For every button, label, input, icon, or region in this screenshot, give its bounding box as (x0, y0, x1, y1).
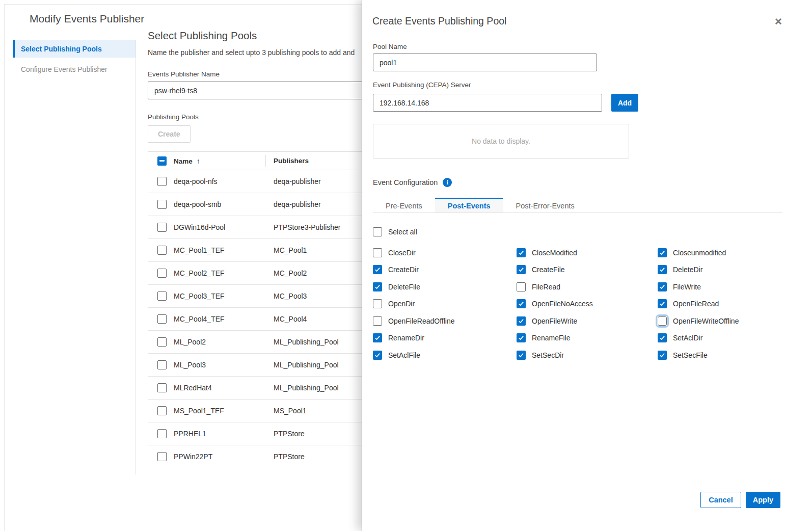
event-option-label: FileWrite (673, 283, 701, 291)
apply-button[interactable]: Apply (746, 492, 780, 508)
checkbox-createfile[interactable] (517, 265, 526, 274)
event-option-deletefile: DeleteFile (373, 282, 517, 291)
event-option-fileread: FileRead (517, 282, 658, 291)
row-checkbox[interactable] (157, 406, 167, 415)
checkbox-deletefile[interactable] (373, 282, 382, 291)
row-checkbox[interactable] (157, 269, 167, 278)
cepa-servers-empty-list: No data to display. (373, 124, 629, 158)
select-all-events-label: Select all (388, 228, 417, 236)
row-checkbox[interactable] (157, 429, 167, 438)
row-checkbox[interactable] (157, 246, 167, 255)
checkbox-openfilewrite[interactable] (517, 316, 526, 326)
close-icon[interactable]: ✕ (774, 17, 782, 26)
checkbox-filewrite[interactable] (658, 282, 667, 291)
event-option-setacldir: SetAclDir (658, 333, 791, 342)
pool-name-label: Pool Name (373, 43, 407, 50)
checkbox-openfilereadoffline[interactable] (373, 316, 382, 326)
pool-name-cell: deqa-pool-smb (174, 200, 265, 208)
checkbox-setacldir[interactable] (658, 333, 667, 342)
sort-ascending-icon[interactable]: ↑ (197, 157, 200, 165)
pool-name-cell: ML_Pool2 (174, 338, 265, 346)
event-option-setsecdir: SetSecDir (517, 351, 658, 360)
event-option-label: RenameDir (388, 334, 424, 342)
select-all-events-checkbox[interactable] (373, 227, 382, 236)
checkbox-renamedir[interactable] (373, 333, 382, 342)
drawer-footer: Cancel Apply (700, 492, 780, 508)
event-option-label: SetSecFile (673, 351, 708, 359)
checkbox-openfilewriteoffline[interactable] (658, 316, 667, 326)
pool-name-cell: MS_Pool1_TEF (174, 407, 265, 415)
event-option-label: OpenFileRead (673, 300, 719, 308)
column-header-publishers[interactable]: Publishers (274, 157, 309, 165)
event-option-label: OpenFileNoAccess (532, 300, 593, 308)
pool-name-cell: deqa-pool-nfs (174, 177, 265, 185)
checkbox-setaclfile[interactable] (373, 351, 382, 360)
checkbox-deletedir[interactable] (658, 265, 667, 274)
checkbox-setsecfile[interactable] (658, 351, 667, 360)
checkbox-createdir[interactable] (373, 265, 382, 274)
event-option-closemodified: CloseModified (517, 248, 658, 257)
event-option-closeunmodified: Closeunmodified (658, 248, 791, 257)
add-server-button[interactable]: Add (611, 94, 638, 112)
cepa-server-input[interactable] (373, 94, 602, 112)
pool-name-cell: PPWin22PT (174, 453, 265, 461)
create-pool-button[interactable]: Create (148, 125, 191, 143)
event-option-opendir: OpenDir (373, 299, 517, 308)
sidebar-item-configure-events-publisher[interactable]: Configure Events Publisher (13, 61, 136, 78)
checkbox-setsecdir[interactable] (517, 351, 526, 360)
event-option-label: DeleteDir (673, 266, 702, 274)
column-header-name[interactable]: Name (174, 157, 193, 165)
checkbox-opendir[interactable] (373, 299, 382, 308)
checkbox-closeunmodified[interactable] (658, 248, 667, 257)
tab-post-error-events[interactable]: Post-Error-Events (503, 198, 587, 213)
row-checkbox[interactable] (157, 360, 167, 369)
event-option-deletedir: DeleteDir (658, 265, 791, 274)
row-checkbox[interactable] (157, 314, 167, 324)
checkbox-openfileread[interactable] (658, 299, 667, 308)
row-checkbox[interactable] (157, 291, 167, 301)
row-checkbox[interactable] (157, 177, 167, 186)
event-option-label: RenameFile (532, 334, 570, 342)
event-option-openfilereadoffline: OpenFileReadOffline (373, 316, 517, 326)
event-option-label: OpenFileWriteOffline (673, 317, 739, 325)
events-publisher-name-input[interactable] (148, 82, 372, 99)
tab-pre-events[interactable]: Pre-Events (373, 198, 435, 213)
event-option-label: OpenDir (388, 300, 415, 308)
checkbox-fileread[interactable] (517, 282, 526, 291)
info-icon[interactable]: i (443, 178, 452, 187)
event-option-label: CreateDir (388, 266, 419, 274)
row-checkbox[interactable] (157, 223, 167, 232)
row-checkbox[interactable] (157, 383, 167, 392)
create-events-publishing-pool-drawer: Create Events Publishing Pool ✕ Pool Nam… (362, 0, 812, 531)
event-option-renamedir: RenameDir (373, 333, 517, 342)
row-checkbox[interactable] (157, 452, 167, 461)
event-option-label: SetAclDir (673, 334, 702, 342)
pool-name-cell: MC_Pool1_TEF (174, 246, 265, 254)
pool-name-input[interactable] (373, 54, 597, 71)
checkbox-renamefile[interactable] (517, 333, 526, 342)
event-option-label: CloseDir (388, 249, 416, 257)
event-option-setsecfile: SetSecFile (658, 351, 791, 360)
event-option-openfilewriteoffline: OpenFileWriteOffline (658, 316, 791, 326)
row-checkbox[interactable] (157, 337, 167, 347)
checkbox-closedir[interactable] (373, 248, 382, 257)
event-option-label: CloseModified (532, 249, 577, 257)
pool-name-cell: MC_Pool3_TEF (174, 292, 265, 300)
events-checkbox-grid: CloseDirCloseModifiedCloseunmodifiedCrea… (373, 244, 791, 364)
pool-name-cell: DGWin16d-Pool (174, 223, 265, 231)
tab-post-events[interactable]: Post-Events (435, 198, 503, 213)
sidebar-item-select-publishing-pools[interactable]: Select Publishing Pools (13, 40, 136, 58)
cancel-button[interactable]: Cancel (700, 492, 741, 508)
event-option-label: SetSecDir (532, 351, 564, 359)
select-all-pools-checkbox[interactable] (157, 156, 167, 166)
event-tabs: Pre-EventsPost-EventsPost-Error-Events (373, 198, 782, 213)
event-option-renamefile: RenameFile (517, 333, 658, 342)
page-title: Modify Events Publisher (30, 13, 144, 25)
event-option-openfilenoaccess: OpenFileNoAccess (517, 299, 658, 308)
checkbox-closemodified[interactable] (517, 248, 526, 257)
checkbox-openfilenoaccess[interactable] (517, 299, 526, 308)
row-checkbox[interactable] (157, 200, 167, 209)
event-option-filewrite: FileWrite (658, 282, 791, 291)
event-option-label: OpenFileReadOffline (388, 317, 454, 325)
event-option-label: CreateFile (532, 266, 565, 274)
